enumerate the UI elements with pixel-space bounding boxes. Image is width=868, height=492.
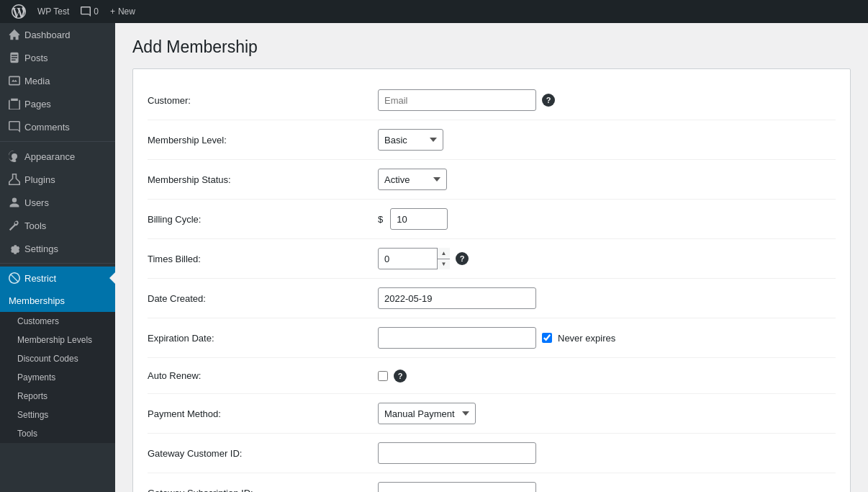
sidebar-subitem-payments[interactable]: Payments [10,368,115,387]
label-expiration-date: Expiration Date: [148,333,378,344]
sidebar-subitem-reports[interactable]: Reports [10,387,115,406]
label-membership-level: Membership Level: [148,135,378,146]
label-membership-status: Membership Status: [148,174,378,185]
sidebar-divider-1 [0,141,115,142]
label-customer: Customer: [148,95,378,106]
form-row-auto-renew: Auto Renew: ? [148,358,836,394]
sidebar-label-pages: Pages [24,99,51,109]
sidebar-label-tools: Tools [24,220,46,231]
sidebar-sublabel-tools: Tools [17,429,37,439]
control-expiration-date: Never expires [378,327,615,349]
sidebar-item-comments[interactable]: Comments [0,115,115,138]
sidebar-sublabel-payments: Payments [17,372,55,383]
form-row-gateway-subscription-id: Gateway Subscription ID: [148,473,836,492]
sidebar-label-appearance: Appearance [24,151,75,162]
sidebar-subitem-membership-levels[interactable]: Membership Levels [10,331,115,349]
control-gateway-customer-id [378,442,536,464]
sidebar-sublabel-discount-codes: Discount Codes [17,354,78,364]
form-row-customer: Customer: ? [148,81,836,120]
control-gateway-subscription-id [378,482,536,492]
label-gateway-subscription-id: Gateway Subscription ID: [148,488,378,493]
admin-bar: WP Test 0 + New [0,0,868,23]
label-times-billed: Times Billed: [148,254,378,264]
label-date-created: Date Created: [148,293,378,304]
control-membership-level: Basic Premium Gold [378,129,443,151]
membership-status-select[interactable]: Active Inactive Cancelled Expired [378,169,447,190]
page-title: Add Membership [132,37,851,57]
payment-method-select[interactable]: Manual Payment Credit Card PayPal [378,403,476,424]
sidebar-item-tools[interactable]: Tools [0,214,115,237]
sidebar-item-media[interactable]: Media [0,69,115,92]
auto-renew-checkbox[interactable] [378,371,388,381]
add-membership-form: Customer: ? Membership Level: Basic Prem… [132,68,851,492]
customer-help-icon[interactable]: ? [542,94,555,107]
control-date-created [378,287,536,309]
control-times-billed: ▲ ▼ ? [378,248,469,269]
sidebar-subitem-tools[interactable]: Tools [10,424,115,443]
times-billed-down[interactable]: ▼ [438,259,450,270]
times-billed-wrap: ▲ ▼ [378,248,450,269]
new-label: New [118,6,135,17]
control-auto-renew: ? [378,370,407,383]
new-item[interactable]: + New [104,0,141,23]
billing-prefix: $ [378,214,383,225]
sidebar-item-users[interactable]: Users [0,191,115,214]
control-customer: ? [378,89,555,111]
sidebar-label-users: Users [24,197,49,208]
form-row-times-billed: Times Billed: ▲ ▼ ? [148,239,836,279]
times-billed-up[interactable]: ▲ [438,248,450,259]
sidebar-label-plugins: Plugins [24,174,55,185]
site-name: WP Test [37,6,69,17]
control-membership-status: Active Inactive Cancelled Expired [378,169,447,190]
label-auto-renew: Auto Renew: [148,370,378,381]
sidebar-subitem-discount-codes[interactable]: Discount Codes [10,349,115,368]
gateway-subscription-id-input[interactable] [378,482,536,492]
form-row-billing-cycle: Billing Cycle: $ [148,200,836,239]
sidebar-label-settings: Settings [24,243,58,254]
sidebar-item-settings[interactable]: Settings [0,237,115,260]
sidebar-item-posts[interactable]: Posts [0,46,115,69]
auto-renew-help-icon[interactable]: ? [394,370,407,383]
main-content: Add Membership Customer: ? Membership Le… [115,23,868,492]
sidebar-label-comments: Comments [24,122,70,133]
sidebar-divider-2 [0,263,115,264]
date-created-input[interactable] [378,287,536,309]
sidebar-sublabel-membership-levels: Membership Levels [17,335,92,345]
sidebar-item-memberships[interactable]: Memberships [0,290,115,312]
form-row-gateway-customer-id: Gateway Customer ID: [148,434,836,473]
billing-cycle-input[interactable] [390,208,448,230]
sidebar-sublabel-customers: Customers [17,316,59,326]
never-expires-label[interactable]: Never expires [558,333,615,344]
sidebar-label-media: Media [24,76,50,86]
form-row-date-created: Date Created: [148,279,836,318]
sidebar-item-restrict[interactable]: Restrict [0,267,115,290]
site-name-item[interactable]: WP Test [32,0,75,23]
gateway-customer-id-input[interactable] [378,442,536,464]
restrict-arrow [109,272,115,284]
sidebar-sublabel-reports: Reports [17,391,48,401]
form-row-expiration-date: Expiration Date: Never expires [148,318,836,358]
membership-level-select[interactable]: Basic Premium Gold [378,129,443,151]
wp-logo-item[interactable] [6,0,32,23]
times-billed-help-icon[interactable]: ? [456,252,469,265]
customer-email-input[interactable] [378,89,536,111]
comments-item[interactable]: 0 [75,0,104,23]
never-expires-checkbox[interactable] [542,333,552,343]
sidebar: Dashboard Posts Media Pages Comments App… [0,23,115,492]
sidebar-subitem-settings[interactable]: Settings [10,406,115,424]
expiration-date-input[interactable] [378,327,536,349]
comments-count: 0 [94,6,99,17]
times-billed-spinners: ▲ ▼ [437,248,450,269]
sidebar-sublabel-settings: Settings [17,410,48,420]
sidebar-subitem-customers[interactable]: Customers [10,312,115,331]
sidebar-item-appearance[interactable]: Appearance [0,145,115,168]
label-billing-cycle: Billing Cycle: [148,214,378,225]
control-payment-method: Manual Payment Credit Card PayPal [378,403,476,424]
label-gateway-customer-id: Gateway Customer ID: [148,448,378,459]
sidebar-label-restrict: Restrict [24,273,56,284]
sidebar-item-dashboard[interactable]: Dashboard [0,23,115,46]
sidebar-label-posts: Posts [24,53,48,63]
sidebar-item-pages[interactable]: Pages [0,92,115,115]
sidebar-item-plugins[interactable]: Plugins [0,168,115,191]
memberships-sub-menu: Customers Membership Levels Discount Cod… [0,312,115,443]
